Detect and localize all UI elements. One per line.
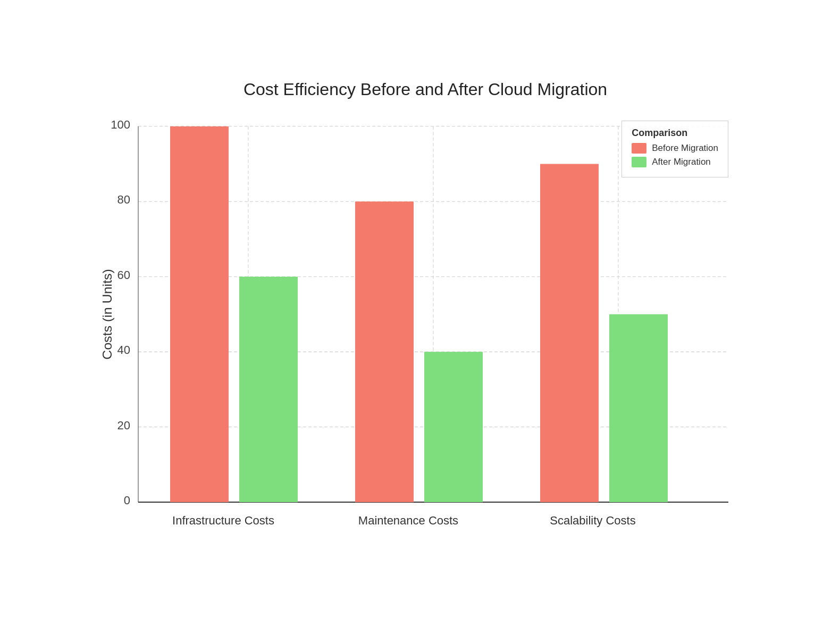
legend: Comparison Before Migration After Migrat…	[621, 121, 728, 177]
svg-text:60: 60	[117, 268, 130, 281]
bar-maintenance-before	[355, 201, 414, 502]
chart-container: Cost Efficiency Before and After Cloud M…	[48, 48, 792, 579]
bar-infrastructure-after	[239, 277, 298, 502]
chart-area: Comparison Before Migration After Migrat…	[101, 115, 750, 530]
bar-infrastructure-before	[170, 126, 229, 502]
x-label-scalability: Scalability Costs	[550, 513, 635, 527]
bar-maintenance-after	[424, 352, 483, 502]
bar-scalability-before	[540, 164, 599, 502]
svg-text:100: 100	[111, 118, 130, 131]
svg-text:20: 20	[117, 418, 130, 431]
legend-label-after: After Migration	[652, 157, 711, 167]
bar-scalability-after	[609, 314, 668, 502]
bar-chart-svg: 0 20 40 60 80 100 Costs (in Units) Infra…	[101, 115, 750, 530]
legend-label-before: Before Migration	[652, 143, 718, 154]
svg-text:40: 40	[117, 343, 130, 357]
legend-item-after: After Migration	[632, 157, 718, 167]
legend-title: Comparison	[632, 128, 718, 139]
y-axis-label: Costs (in Units)	[101, 269, 114, 359]
chart-title: Cost Efficiency Before and After Cloud M…	[101, 80, 750, 99]
x-label-infrastructure: Infrastructure Costs	[172, 513, 274, 527]
legend-swatch-before	[632, 143, 646, 154]
x-label-maintenance: Maintenance Costs	[358, 513, 458, 527]
legend-item-before: Before Migration	[632, 143, 718, 154]
svg-text:0: 0	[124, 494, 130, 507]
svg-text:80: 80	[117, 193, 130, 206]
legend-swatch-after	[632, 157, 646, 167]
